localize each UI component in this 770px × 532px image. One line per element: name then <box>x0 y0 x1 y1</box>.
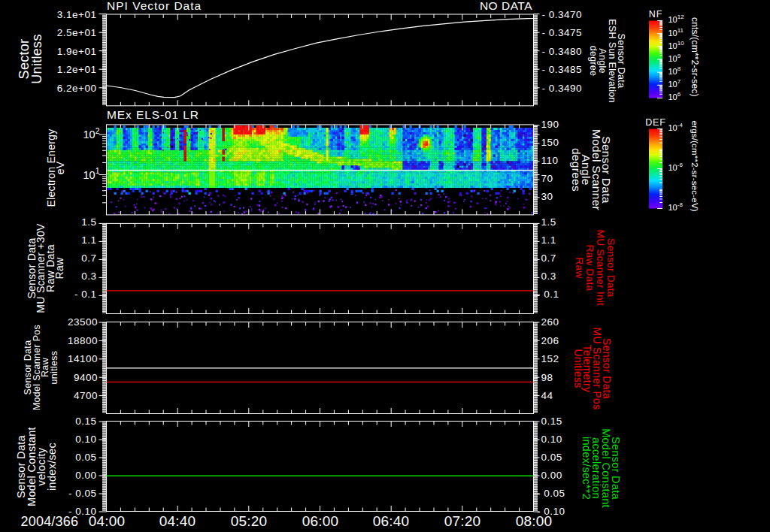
svg-text:cnts/(cm**2-sr-sec): cnts/(cm**2-sr-sec) <box>690 17 700 97</box>
svg-text:260: 260 <box>541 316 559 328</box>
svg-text:3.1e+01: 3.1e+01 <box>57 9 97 20</box>
svg-text:23500: 23500 <box>68 316 98 328</box>
svg-text:2004/366: 2004/366 <box>21 514 79 529</box>
svg-text:98: 98 <box>541 372 553 383</box>
svg-text:ergs/(cm**2-sr-sec-eV): ergs/(cm**2-sr-sec-eV) <box>690 121 699 212</box>
svg-text:04:00: 04:00 <box>89 513 126 529</box>
svg-text:70: 70 <box>541 173 553 184</box>
svg-text:MEx ELS-01 LR: MEx ELS-01 LR <box>107 108 199 121</box>
svg-text:0.00: 0.00 <box>541 470 562 481</box>
svg-text:206: 206 <box>541 335 559 346</box>
svg-text:NO DATA: NO DATA <box>480 0 532 12</box>
svg-text:152: 152 <box>541 353 559 364</box>
svg-text:- 0.3490: - 0.3490 <box>542 83 583 94</box>
svg-text:150: 150 <box>541 137 559 148</box>
svg-text:18800: 18800 <box>68 335 98 346</box>
svg-text:2.5e+01: 2.5e+01 <box>57 27 97 38</box>
svg-text:- 0.3485: - 0.3485 <box>542 64 583 75</box>
svg-text:1.2e+01: 1.2e+01 <box>57 64 97 75</box>
svg-text:0.3: 0.3 <box>81 271 96 282</box>
svg-text:4700: 4700 <box>74 390 98 401</box>
svg-text:- 0.05: - 0.05 <box>68 488 97 499</box>
svg-text:07:20: 07:20 <box>444 513 481 529</box>
svg-text:0.3: 0.3 <box>541 271 556 282</box>
svg-text:06:00: 06:00 <box>302 513 339 529</box>
svg-text:- 0.3480: - 0.3480 <box>542 46 583 57</box>
svg-text:110: 110 <box>541 155 559 166</box>
svg-text:- 0.05: - 0.05 <box>537 488 565 499</box>
svg-text:0.10: 0.10 <box>75 434 96 445</box>
svg-text:- 0.3475: - 0.3475 <box>542 27 583 38</box>
svg-text:0.05: 0.05 <box>541 452 562 463</box>
svg-text:DEF: DEF <box>645 117 665 128</box>
svg-text:06:40: 06:40 <box>373 513 410 529</box>
svg-text:44: 44 <box>541 390 553 401</box>
svg-text:6.2e+00: 6.2e+00 <box>57 83 97 94</box>
svg-text:- 0.1: - 0.1 <box>537 289 559 300</box>
svg-text:Sensor DataModel Constantaccel: Sensor DataModel Constantaccelerationind… <box>581 428 622 508</box>
svg-text:1.1: 1.1 <box>541 234 556 246</box>
svg-text:0.10: 0.10 <box>541 434 562 445</box>
svg-text:- 0.1: - 0.1 <box>74 289 97 300</box>
svg-text:0.15: 0.15 <box>75 416 96 427</box>
svg-text:0.7: 0.7 <box>81 252 96 264</box>
svg-text:SectorUnitless: SectorUnitless <box>17 34 44 83</box>
svg-text:14100: 14100 <box>68 353 98 364</box>
svg-text:1.5: 1.5 <box>81 216 96 228</box>
svg-text:0.7: 0.7 <box>541 252 556 264</box>
svg-text:0.05: 0.05 <box>75 452 96 463</box>
svg-text:0.00: 0.00 <box>75 470 96 481</box>
svg-text:NPI Vector Data: NPI Vector Data <box>107 0 202 12</box>
svg-text:05:20: 05:20 <box>231 513 268 529</box>
svg-text:1.9e+01: 1.9e+01 <box>57 46 97 57</box>
svg-text:NF: NF <box>649 9 662 20</box>
svg-text:30: 30 <box>541 191 553 202</box>
svg-text:0.15: 0.15 <box>541 416 562 427</box>
svg-text:1.1: 1.1 <box>81 234 96 246</box>
svg-text:9400: 9400 <box>74 372 98 383</box>
svg-text:04:40: 04:40 <box>159 513 196 529</box>
svg-text:1.5: 1.5 <box>541 216 556 228</box>
svg-text:08:00: 08:00 <box>516 513 553 529</box>
svg-text:- 0.3470: - 0.3470 <box>542 9 583 20</box>
svg-text:190: 190 <box>541 119 559 130</box>
